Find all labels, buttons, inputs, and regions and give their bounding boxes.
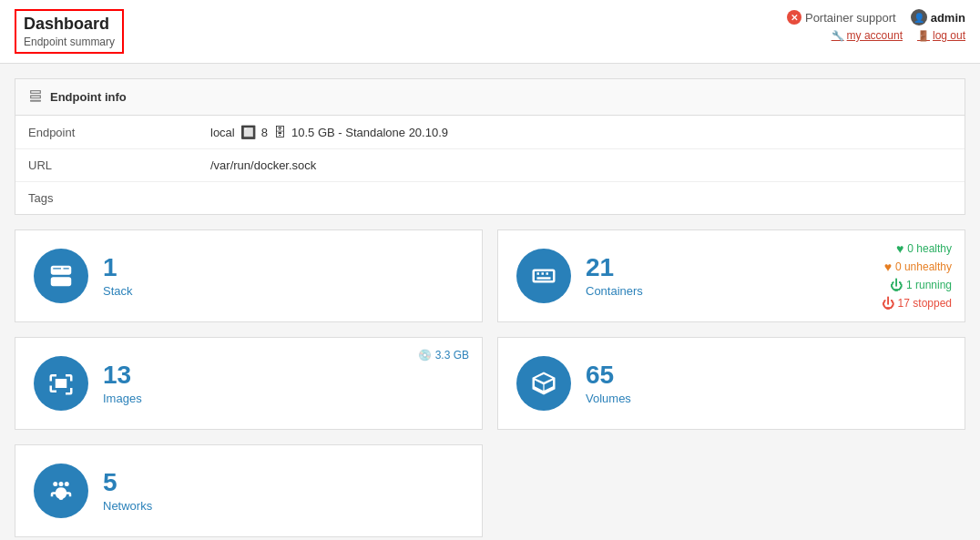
images-card[interactable]: 13 Images 💿 3.3 GB [15, 337, 483, 430]
tags-row: Tags [15, 182, 965, 215]
tags-label: Tags [15, 182, 198, 215]
containers-extra: ♥ 0 healthy ♥ 0 unhealthy ⏻ 1 running ⏻ … [882, 241, 952, 311]
log-out-link[interactable]: 🚪 log out [917, 29, 965, 42]
images-label: Images [103, 392, 142, 405]
networks-icon [47, 477, 75, 504]
admin-label: admin [931, 11, 965, 25]
images-info: 13 Images [103, 362, 142, 405]
page-title-container: Dashboard Endpoint summary [15, 9, 124, 54]
stacks-label: Stack [103, 284, 133, 298]
running-count: 1 running [906, 279, 952, 291]
admin-user: 👤 admin [911, 9, 965, 25]
networks-count: 5 [103, 470, 152, 495]
networks-info: 5 Networks [103, 470, 152, 513]
logout-icon: 🚪 [917, 30, 930, 42]
unhealthy-count: 0 unhealthy [895, 260, 952, 273]
stacks-count: 1 [103, 255, 133, 280]
images-count: 13 [103, 362, 142, 388]
stopped-count: 17 stopped [898, 297, 952, 310]
dashboard-grid: 1 Stack 21 Containers ♥ 0 healthy ♥ 0 un… [15, 229, 965, 537]
header-right: ✕ Portainer support 👤 admin 🔧 my account… [787, 9, 965, 42]
endpoint-info-table: Endpoint local 🔲 8 🗄 10.5 GB - Standalon… [15, 116, 965, 214]
main-content: Endpoint info Endpoint local 🔲 8 🗄 10.5 … [0, 64, 980, 540]
volumes-label: Volumes [586, 392, 631, 405]
endpoint-info-header: Endpoint info [15, 79, 965, 116]
networks-icon-circle [34, 464, 88, 518]
containers-label: Containers [586, 284, 643, 298]
images-size-value: 3.3 GB [435, 349, 469, 362]
unhealthy-icon: ♥ [884, 260, 892, 274]
endpoint-row: Endpoint local 🔲 8 🗄 10.5 GB - Standalon… [15, 116, 965, 149]
my-account-link[interactable]: 🔧 my account [832, 29, 903, 42]
stopped-icon: ⏻ [882, 296, 894, 311]
healthy-icon: ♥ [896, 241, 903, 256]
stopped-row: ⏻ 17 stopped [882, 296, 952, 311]
stacks-card[interactable]: 1 Stack [15, 229, 483, 322]
healthy-row: ♥ 0 healthy [896, 241, 952, 256]
endpoint-label: Endpoint [15, 116, 198, 149]
header-actions: ✕ Portainer support 👤 admin [787, 9, 965, 25]
wrench-icon: 🔧 [832, 30, 844, 42]
stacks-info: 1 Stack [103, 255, 133, 298]
networks-card[interactable]: 5 Networks [15, 444, 483, 537]
volumes-card[interactable]: 65 Volumes [497, 337, 965, 430]
running-icon: ⏻ [890, 278, 903, 292]
endpoint-info-title: Endpoint info [50, 90, 127, 104]
top-header: Dashboard Endpoint summary ✕ Portainer s… [0, 0, 980, 64]
running-row: ⏻ 1 running [890, 278, 952, 292]
url-value: /var/run/docker.sock [198, 149, 965, 182]
cpu-icon: 🔲 [240, 125, 256, 139]
endpoint-info-card: Endpoint info Endpoint local 🔲 8 🗄 10.5 … [15, 78, 965, 215]
containers-card[interactable]: 21 Containers ♥ 0 healthy ♥ 0 unhealthy … [497, 229, 965, 322]
sub-actions: 🔧 my account 🚪 log out [832, 29, 965, 42]
support-label: Portainer support [805, 11, 896, 25]
unhealthy-row: ♥ 0 unhealthy [884, 260, 952, 274]
stacks-icon-circle [34, 249, 88, 303]
containers-icon [530, 262, 557, 290]
url-row: URL /var/run/docker.sock [15, 149, 965, 182]
images-size: 💿 3.3 GB [418, 349, 469, 362]
page-subtitle: Endpoint summary [24, 36, 115, 48]
networks-label: Networks [103, 499, 152, 513]
images-icon [47, 370, 75, 397]
volumes-icon [530, 370, 557, 397]
containers-icon-circle [516, 249, 571, 303]
server-icon [28, 88, 43, 106]
volumes-info: 65 Volumes [586, 362, 631, 405]
page-title: Dashboard [24, 15, 115, 34]
stacks-icon [47, 262, 75, 290]
endpoint-value: local 🔲 8 🗄 10.5 GB - Standalone 20.10.9 [198, 116, 965, 149]
url-label: URL [15, 149, 198, 182]
images-icon-circle [34, 356, 88, 411]
ram-icon: 🗄 [273, 125, 286, 139]
portainer-support[interactable]: ✕ Portainer support [787, 10, 896, 25]
tags-value [198, 182, 965, 215]
volumes-count: 65 [586, 362, 631, 388]
containers-info: 21 Containers [586, 255, 643, 298]
volumes-icon-circle [516, 356, 571, 411]
containers-count: 21 [586, 255, 643, 280]
support-icon: ✕ [787, 10, 801, 25]
user-avatar-icon: 👤 [911, 9, 927, 25]
disk-icon: 💿 [418, 349, 432, 362]
healthy-count: 0 healthy [907, 242, 952, 255]
